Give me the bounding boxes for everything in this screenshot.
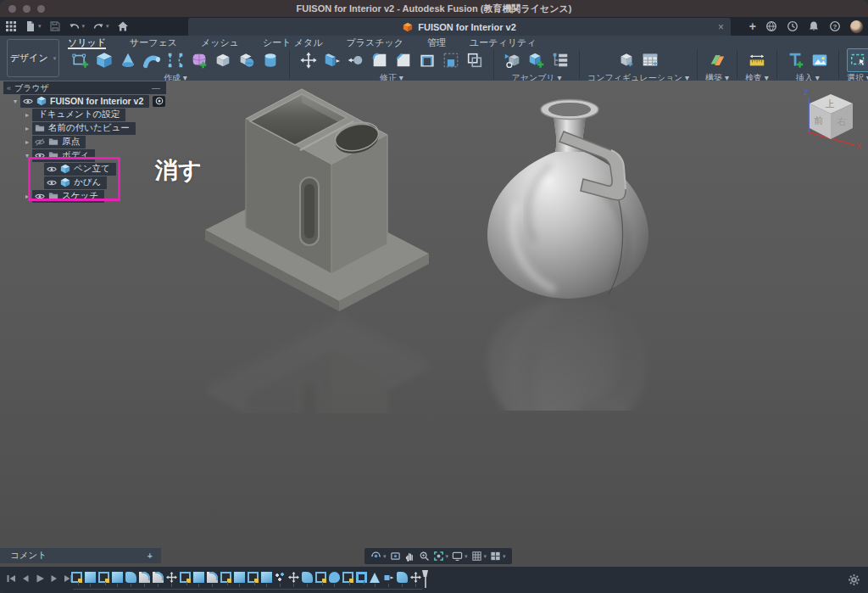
add-comment-button[interactable]: + <box>147 551 161 561</box>
new-component-icon[interactable] <box>526 49 548 71</box>
tree-item-2[interactable]: ▸ドキュメントの設定 <box>3 108 166 121</box>
view-cube[interactable]: 上 前 右 Z X <box>798 86 863 150</box>
timeline-feature-extrude-icon[interactable] <box>234 572 245 583</box>
activate-component-radio[interactable] <box>153 96 165 107</box>
new-tab-button[interactable]: + <box>749 20 756 33</box>
chevron-down-icon[interactable]: ▾ <box>10 98 20 105</box>
extrude-icon[interactable] <box>93 49 115 71</box>
timeline-feature-presspull-icon[interactable] <box>383 572 394 583</box>
timeline-feature-revolve-icon[interactable] <box>370 572 381 583</box>
timeline-feature-sketch-icon[interactable] <box>98 572 109 583</box>
move-icon[interactable] <box>298 49 320 71</box>
file-new-icon[interactable]: ▾ <box>25 19 42 34</box>
job-status-icon[interactable] <box>787 19 798 34</box>
chevron-right-icon[interactable]: ▸ <box>22 125 32 132</box>
close-window-button[interactable] <box>8 5 16 13</box>
display-settings-icon[interactable]: ▾ <box>452 551 468 562</box>
avatar[interactable] <box>850 19 863 34</box>
help-icon[interactable]: ? <box>829 19 841 34</box>
redo-icon[interactable]: ▾ <box>92 19 109 34</box>
toolbar-tab-2[interactable]: サーフェス <box>130 36 177 49</box>
notifications-icon[interactable] <box>808 19 820 34</box>
create-sketch-icon[interactable] <box>70 49 92 71</box>
insert-text-icon[interactable] <box>785 49 807 71</box>
timeline-feature-extrude-icon[interactable] <box>85 572 96 583</box>
toolbar-tab-6[interactable]: 管理 <box>427 36 446 49</box>
toolbar-tab-1[interactable]: ソリッド <box>68 36 106 49</box>
tree-item-pill[interactable]: 名前の付いたビュー <box>32 122 136 135</box>
timeline-feature-extrude-icon[interactable] <box>193 572 204 583</box>
press-pull-icon[interactable] <box>321 49 343 71</box>
timeline-feature-sketch-icon[interactable] <box>342 572 353 583</box>
shell-icon[interactable] <box>416 49 438 71</box>
fillet-icon[interactable] <box>369 49 391 71</box>
viewcube-front-face[interactable]: 前 <box>814 115 824 126</box>
viewports-icon[interactable]: ▾ <box>490 551 506 562</box>
timeline-feature-extrude-icon[interactable] <box>261 572 272 583</box>
primitive-icon[interactable] <box>236 49 258 71</box>
tree-item-1[interactable]: ▾FUISON for Interior v2 <box>3 94 166 108</box>
step-back-icon[interactable] <box>19 573 31 585</box>
collapse-panel-icon[interactable]: « <box>3 84 14 92</box>
select-icon[interactable] <box>847 48 868 72</box>
timeline-feature-sketch-icon[interactable] <box>180 572 191 583</box>
timeline-feature-sketch-icon[interactable] <box>248 572 259 583</box>
minimize-panel-icon[interactable]: — <box>152 83 166 92</box>
tree-item-pill[interactable]: 原点 <box>32 136 86 148</box>
timeline-settings-gear-icon[interactable] <box>848 573 860 586</box>
zoom-window-button[interactable] <box>37 5 45 13</box>
bom-icon[interactable] <box>549 49 571 71</box>
workspace-selector[interactable]: デザイン ▾ <box>7 39 59 77</box>
orbit-icon[interactable]: ▾ <box>370 551 387 562</box>
timeline-feature-form-icon[interactable] <box>302 572 313 583</box>
boolean-icon[interactable] <box>212 49 234 71</box>
save-icon[interactable] <box>49 19 61 34</box>
pen-holder-model[interactable] <box>166 82 437 413</box>
timeline-feature-point-icon[interactable] <box>275 572 286 583</box>
visibility-eye-icon[interactable] <box>23 98 33 105</box>
timeline-feature-sweep-icon[interactable] <box>329 572 340 583</box>
document-tab[interactable]: FUISON for Interior v2 × <box>188 18 731 36</box>
tree-item-4[interactable]: ▸原点 <box>3 135 166 148</box>
configure-icon[interactable] <box>615 49 637 71</box>
comments-bar[interactable]: コメント + <box>0 548 161 563</box>
timeline-feature-shell-icon[interactable] <box>356 572 367 583</box>
chamfer-icon[interactable] <box>392 49 415 71</box>
timeline-feature-extrude-icon[interactable] <box>112 572 123 583</box>
pan-icon[interactable] <box>404 551 415 562</box>
undo-icon[interactable]: ▾ <box>69 19 86 34</box>
fit-icon[interactable]: ▾ <box>433 551 449 562</box>
grid-icon[interactable]: ▾ <box>471 551 487 562</box>
sweep-icon[interactable] <box>141 49 163 71</box>
app-grid-icon[interactable] <box>5 19 17 34</box>
toolbar-tab-4[interactable]: シート メタル <box>263 36 322 49</box>
timeline-feature-fillet-icon[interactable] <box>207 572 218 583</box>
cylinder-icon[interactable] <box>259 49 281 71</box>
timeline-playhead[interactable] <box>422 570 428 588</box>
timeline-feature-sketch-icon[interactable] <box>220 572 231 583</box>
chevron-right-icon[interactable]: ▸ <box>22 138 32 146</box>
rail-icon[interactable] <box>164 49 186 71</box>
tree-item-3[interactable]: ▸名前の付いたビュー <box>3 121 166 135</box>
timeline-feature-move-icon[interactable] <box>288 572 299 583</box>
timeline-feature-move-icon[interactable] <box>410 572 421 583</box>
offset-icon[interactable] <box>345 49 367 71</box>
zoom-icon[interactable] <box>419 551 430 562</box>
toolbar-tab-3[interactable]: メッシュ <box>201 36 239 49</box>
config-table-icon[interactable] <box>639 49 661 71</box>
play-icon[interactable] <box>34 573 46 585</box>
vase-model[interactable] <box>470 84 670 411</box>
visibility-off-icon[interactable] <box>35 138 45 146</box>
timeline-feature-form-icon[interactable] <box>125 572 136 583</box>
close-tab-icon[interactable]: × <box>718 22 724 32</box>
toolbar-tab-7[interactable]: ユーティリティ <box>470 36 537 49</box>
derive-icon[interactable] <box>502 49 524 71</box>
timeline-feature-form-icon[interactable] <box>397 572 408 583</box>
skip-start-icon[interactable] <box>5 573 17 585</box>
chevron-right-icon[interactable]: ▸ <box>22 111 32 119</box>
tree-item-pill[interactable]: FUISON for Interior v2 <box>20 95 149 108</box>
toolbar-tab-5[interactable]: プラスチック <box>346 36 403 49</box>
timeline-feature-sketch-icon[interactable] <box>315 572 326 583</box>
viewcube-top-face[interactable]: 上 <box>826 98 835 109</box>
step-forward-icon[interactable] <box>48 573 60 585</box>
